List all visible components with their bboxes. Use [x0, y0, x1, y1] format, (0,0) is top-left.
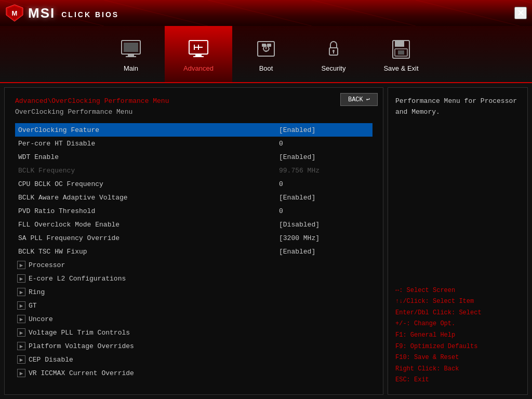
- submenu-row[interactable]: ▶GT: [15, 299, 373, 312]
- shortcut-line: ↑↓/Click: Select Item: [395, 296, 520, 308]
- menu-key: PVD Ratio Threshold: [15, 207, 279, 215]
- submenu-row[interactable]: ▶Voltage PLL Trim Controls: [15, 326, 373, 339]
- menu-row[interactable]: SA PLL Frequency Override[3200 MHz]: [15, 231, 373, 245]
- arrow-icon: ▶: [17, 261, 25, 269]
- svg-rect-24: [398, 50, 404, 55]
- shortcut-line: ↔: Select Screen: [395, 285, 520, 297]
- arrow-icon: ▶: [17, 355, 25, 364]
- shortcut-line: F10: Save & Reset: [395, 352, 520, 364]
- shortcuts: ↔: Select Screen↑↓/Click: Select ItemEnt…: [395, 285, 520, 386]
- menu-key: Per-core HT Disable: [15, 140, 279, 148]
- menu-key: WDT Enable: [15, 153, 279, 161]
- submenu-label: VR ICCMAX Current Override: [29, 369, 134, 377]
- tab-main[interactable]: Main: [97, 26, 165, 82]
- menu-row[interactable]: BCLK Frequency99.756 MHz: [15, 164, 373, 177]
- shortcut-line: ESC: Exit: [395, 375, 520, 386]
- arrow-icon: ▶: [17, 369, 25, 377]
- back-button[interactable]: BACK ↩: [340, 93, 378, 106]
- nav-bar: Main Advanced ⏻ Boot: [0, 26, 532, 83]
- menu-value: 0: [279, 180, 373, 188]
- shortcut-line: F1: General Help: [395, 330, 520, 341]
- svg-rect-5: [128, 54, 134, 56]
- submenu-row[interactable]: ▶Platform Voltage Overrides: [15, 339, 373, 353]
- security-icon: [321, 36, 346, 61]
- arrow-icon: ▶: [17, 288, 25, 296]
- svg-rect-17: [267, 44, 271, 47]
- tab-boot-label: Boot: [259, 64, 273, 72]
- tab-security-label: Security: [322, 64, 346, 72]
- submenu-label: GT: [29, 302, 37, 310]
- breadcrumb: Advanced\OverClocking Performance Menu: [15, 97, 373, 105]
- right-panel: Performance Menu for Processor and Memor…: [388, 87, 528, 395]
- menu-row[interactable]: OverClocking Feature[Enabled]: [15, 123, 373, 137]
- arrow-icon: ▶: [17, 328, 25, 337]
- boot-icon: ⏻: [254, 36, 278, 61]
- menu-list: OverClocking Feature[Enabled]Per-core HT…: [15, 123, 373, 380]
- main-area: BACK ↩ Advanced\OverClocking Performance…: [0, 83, 532, 399]
- menu-row[interactable]: FLL Overclock Mode Enable[Disabled]: [15, 218, 373, 231]
- svg-text:M: M: [12, 9, 18, 17]
- menu-value: [Enabled]: [279, 248, 373, 256]
- submenu-row[interactable]: ▶Ring: [15, 285, 373, 299]
- submenu-label: Platform Voltage Overrides: [29, 342, 134, 350]
- menu-value: [Enabled]: [279, 153, 373, 161]
- menu-key: OverClocking Feature: [15, 126, 279, 134]
- product-name: CLICK BIOS: [61, 10, 119, 19]
- menu-row[interactable]: WDT Enable[Enabled]: [15, 150, 373, 164]
- shortcut-line: +/-: Change Opt.: [395, 318, 520, 330]
- submenu-row[interactable]: ▶E-core L2 Configurations: [15, 272, 373, 285]
- tab-main-label: Main: [124, 64, 138, 72]
- tab-advanced[interactable]: Advanced: [165, 26, 232, 82]
- menu-value: [3200 MHz]: [279, 234, 373, 242]
- menu-key: BCLK Frequency: [15, 167, 279, 175]
- submenu-label: Voltage PLL Trim Controls: [29, 329, 130, 337]
- logo-area: M MSI CLICK BIOS: [5, 4, 119, 22]
- content-panel: BACK ↩ Advanced\OverClocking Performance…: [4, 87, 383, 395]
- menu-value: [Enabled]: [279, 194, 373, 202]
- submenu-label: Processor: [29, 261, 65, 269]
- menu-key: FLL Overclock Mode Enable: [15, 221, 279, 229]
- svg-rect-22: [395, 41, 404, 47]
- submenu-label: Uncore: [29, 315, 53, 323]
- tab-security[interactable]: Security: [300, 26, 367, 82]
- svg-rect-16: [262, 44, 266, 47]
- menu-key: BCLK Aware Adaptive Voltage: [15, 194, 279, 202]
- tab-advanced-label: Advanced: [183, 64, 214, 72]
- msi-logo-icon: M: [5, 4, 24, 22]
- submenu-row[interactable]: ▶VR ICCMAX Current Override: [15, 366, 373, 380]
- submenu-label: Ring: [29, 288, 45, 296]
- arrow-icon: ▶: [17, 342, 25, 350]
- close-button[interactable]: ✕: [514, 7, 527, 19]
- menu-value: 0: [279, 207, 373, 215]
- header: M MSI CLICK BIOS ✕: [0, 0, 532, 26]
- arrow-icon: ▶: [17, 301, 25, 310]
- menu-value: 99.756 MHz: [279, 167, 373, 175]
- tab-save-exit[interactable]: Save & Exit: [367, 26, 435, 82]
- menu-key: BCLK TSC HW Fixup: [15, 248, 279, 256]
- menu-row[interactable]: PVD Ratio Threshold0: [15, 204, 373, 218]
- svg-rect-12: [195, 54, 202, 56]
- monitor-icon: [118, 36, 143, 61]
- shortcut-line: Right Click: Back: [395, 364, 520, 375]
- menu-row[interactable]: CPU BCLK OC Frequency0: [15, 177, 373, 191]
- menu-row[interactable]: Per-core HT Disable0: [15, 137, 373, 150]
- svg-rect-13: [193, 56, 204, 57]
- menu-key: CPU BCLK OC Frequency: [15, 180, 279, 188]
- svg-point-19: [332, 50, 335, 52]
- svg-rect-4: [124, 43, 138, 52]
- submenu-row[interactable]: ▶Processor: [15, 258, 373, 272]
- shortcut-line: F9: Optimized Defaults: [395, 341, 520, 353]
- submenu-label: E-core L2 Configurations: [29, 275, 126, 283]
- info-text: Performance Menu for Processor and Memor…: [395, 96, 520, 285]
- svg-rect-6: [126, 56, 136, 57]
- save-icon: [389, 36, 414, 61]
- menu-row[interactable]: BCLK Aware Adaptive Voltage[Enabled]: [15, 191, 373, 204]
- menu-row[interactable]: BCLK TSC HW Fixup[Enabled]: [15, 245, 373, 258]
- tab-boot[interactable]: ⏻ Boot: [232, 26, 300, 82]
- submenu-row[interactable]: ▶CEP Disable: [15, 353, 373, 366]
- submenu-row[interactable]: ▶Uncore: [15, 312, 373, 326]
- advanced-icon: [186, 36, 211, 61]
- menu-value: [Disabled]: [279, 221, 373, 229]
- msi-brand: MSI: [28, 5, 55, 21]
- menu-value: [Enabled]: [279, 126, 373, 134]
